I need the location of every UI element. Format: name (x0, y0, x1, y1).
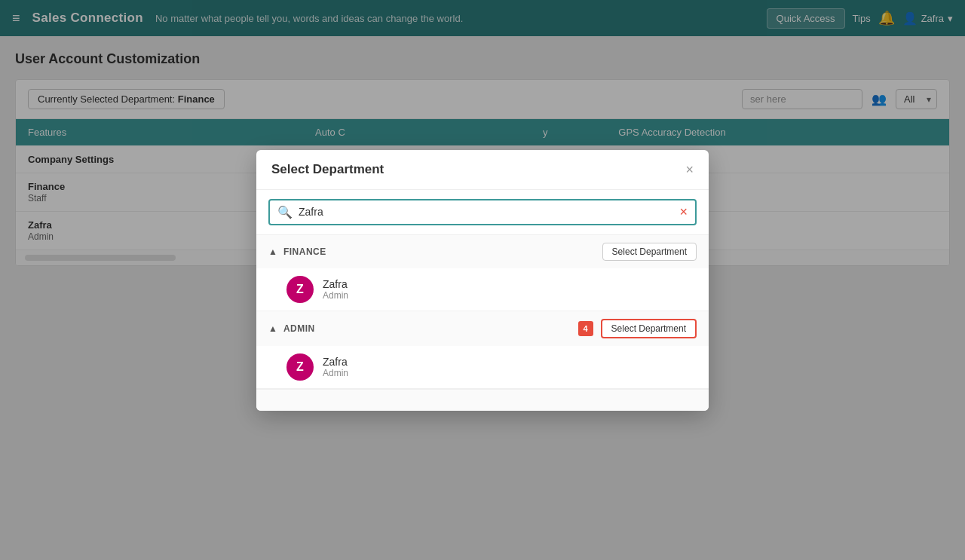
user-name: Zafra (323, 278, 348, 290)
dept-group-finance: ▲ FINANCE Select Department Z Zafra Admi… (256, 235, 709, 311)
user-info: Zafra Admin (323, 356, 348, 378)
collapse-arrow-icon[interactable]: ▲ (268, 246, 277, 257)
dept-group-left: ▲ FINANCE (268, 246, 326, 257)
user-name: Zafra (323, 356, 348, 368)
modal-header: Select Department × (256, 150, 709, 190)
badge-number: 4 (578, 321, 593, 336)
dept-group-header-admin: ▲ ADMIN 4 Select Department (256, 311, 709, 346)
search-clear-icon[interactable]: × (679, 205, 688, 219)
search-box: 🔍 × (268, 199, 697, 225)
select-finance-button[interactable]: Select Department (602, 243, 697, 261)
collapse-arrow-icon[interactable]: ▲ (268, 323, 277, 334)
dept-group-name: ADMIN (283, 323, 315, 334)
user-role: Admin (323, 368, 348, 378)
user-row: Z Zafra Admin (256, 346, 709, 388)
dept-group-left: ▲ ADMIN (268, 323, 315, 334)
select-department-modal: Select Department × 🔍 × ▲ FINANCE Select… (256, 150, 709, 411)
modal-body: ▲ FINANCE Select Department Z Zafra Admi… (256, 235, 709, 389)
user-info: Zafra Admin (323, 278, 348, 301)
modal-footer (256, 389, 709, 411)
modal-close-button[interactable]: × (685, 163, 694, 176)
user-avatar: Z (286, 353, 314, 381)
modal-overlay: Select Department × 🔍 × ▲ FINANCE Select… (0, 0, 965, 560)
modal-title: Select Department (271, 162, 384, 177)
user-role: Admin (323, 290, 348, 301)
dept-group-admin: ▲ ADMIN 4 Select Department Z Zafra Admi… (256, 311, 709, 389)
modal-search-bar: 🔍 × (256, 190, 709, 235)
department-search-input[interactable] (299, 206, 673, 218)
admin-btn-wrapper: 4 Select Department (578, 319, 697, 338)
dept-group-name: FINANCE (283, 246, 326, 257)
select-admin-button[interactable]: Select Department (601, 319, 697, 338)
user-row: Z Zafra Admin (256, 268, 709, 311)
search-icon: 🔍 (277, 205, 293, 219)
dept-group-header-finance: ▲ FINANCE Select Department (256, 235, 709, 268)
user-avatar: Z (286, 276, 314, 303)
